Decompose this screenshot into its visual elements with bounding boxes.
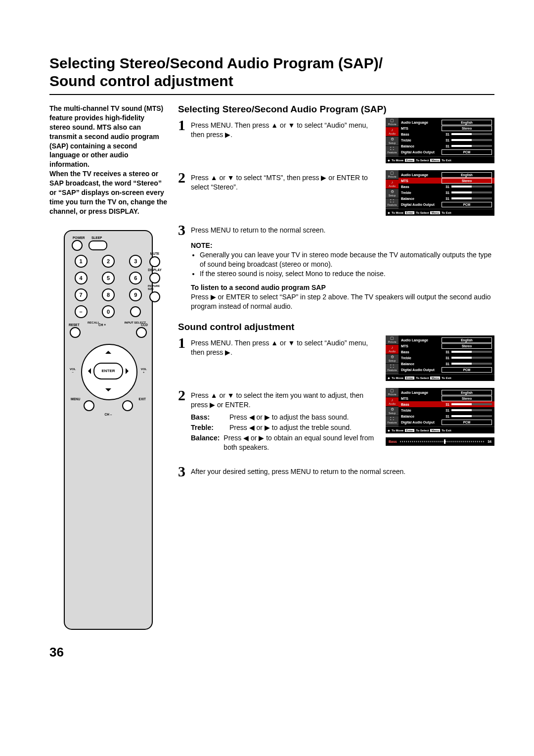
num-7[interactable]: 7 (75, 288, 88, 301)
reset-label: RESET (69, 323, 80, 327)
num-0[interactable]: 0 (102, 305, 115, 318)
step-b1-text: Press MENU. Then press ▲ or ▼ to select … (191, 335, 381, 357)
page-title: Selecting Stereo/Second Audio Program (S… (49, 54, 494, 90)
picsize-label: PICTURE SIZE (148, 284, 162, 290)
chminus-label: CH – (105, 413, 112, 416)
bass-slider-panel: Bass 34 (386, 437, 494, 446)
step-a2-number: 2 (178, 170, 188, 192)
note-item-2: If the stereo sound is noisy, select Mon… (200, 269, 494, 279)
step-a2-text: Press ▲ or ▼ to select “MTS”, then press… (191, 170, 381, 192)
ccd-label: CCD (141, 323, 148, 327)
sleep-label: SLEEP (91, 236, 102, 239)
recall-label: RECALL (88, 321, 99, 324)
num-1[interactable]: 1 (75, 255, 88, 268)
display-label: DISPLAY (148, 268, 162, 272)
osd-screenshot-b1: ▢Picture ♪Audio ⚙Setup ⛶Feature Audio La… (386, 335, 494, 381)
mute-button[interactable] (149, 256, 160, 267)
note-heading: NOTE: (191, 241, 494, 249)
numpad: 1 2 3 4 5 6 7 8 9 – 0 MUTE DISPLAY (70, 254, 147, 319)
num-6[interactable]: 6 (129, 272, 142, 284)
num-9[interactable]: 9 (129, 288, 142, 301)
page-number: 36 (49, 645, 167, 660)
bass-label: Bass: (191, 413, 225, 422)
sap-body: Press ▶ or EMTER to select “SAP” in step… (191, 292, 494, 311)
input-select-button[interactable] (130, 306, 141, 317)
slider-track (400, 441, 485, 442)
title-line-2: Sound control adjustment (49, 73, 233, 89)
step-b1-number: 1 (178, 335, 188, 357)
manual-page: Selecting Stereo/Second Audio Program (S… (0, 0, 534, 690)
ccd-button[interactable] (136, 327, 147, 338)
step-a1-number: 1 (178, 118, 188, 140)
intro-text: The multi-channel TV sound (MTS) feature… (49, 104, 167, 216)
num-2[interactable]: 2 (102, 255, 115, 268)
exit-label: EXIT (139, 397, 146, 401)
step-b3-text: After your desired setting, press MENU t… (191, 464, 494, 479)
power-button[interactable] (72, 240, 83, 251)
display-button[interactable] (149, 273, 160, 284)
down-arrow-icon[interactable] (105, 388, 111, 394)
treble-label: Treble: (191, 423, 225, 432)
remote-illustration: POWER SLEEP 1 2 3 4 5 6 7 8 9 – (64, 230, 153, 630)
step-a1-text: Press MENU. Then press ▲ or ▼ to select … (191, 118, 381, 140)
picture-size-button[interactable] (149, 291, 160, 302)
num-8[interactable]: 8 (102, 288, 115, 301)
osd-screenshot-a2: ▢Picture ♪Audio ⚙Setup ⛶Feature Audio La… (386, 170, 494, 216)
exit-button[interactable] (122, 400, 133, 411)
sap-subheading: To listen to a second audio program SAP (191, 284, 494, 291)
chplus-label: CH + (98, 323, 106, 327)
bass-desc: Press ◀ or ▶ to adjust the bass sound. (229, 413, 349, 422)
section-b-heading: Sound control adjustment (178, 322, 494, 332)
dash-button[interactable]: – (75, 305, 88, 318)
left-arrow-icon[interactable] (85, 368, 91, 374)
step-b3-number: 3 (178, 464, 188, 479)
step-a3-text: Press MENU to return to the normal scree… (191, 223, 494, 237)
sleep-button[interactable] (89, 240, 107, 250)
osd-screenshot-a1: ▢Picture ♪Audio ⚙Setup ⛶Feature Audio La… (386, 118, 494, 163)
num-5[interactable]: 5 (102, 272, 115, 284)
menu-button[interactable] (84, 400, 94, 411)
adjustment-table: Bass: Press ◀ or ▶ to adjust the bass so… (191, 413, 381, 452)
up-arrow-icon[interactable] (105, 348, 111, 354)
reset-button[interactable] (70, 327, 81, 338)
title-line-1: Selecting Stereo/Second Audio Program (S… (49, 55, 383, 71)
balance-desc: Press ◀ or ▶ to obtain an equal sound le… (223, 433, 381, 452)
section-a-heading: Selecting Stereo/Second Audio Program (S… (178, 104, 494, 115)
note-list: Generally you can leave your TV in stere… (191, 250, 494, 279)
num-3[interactable]: 3 (129, 255, 142, 268)
step-b2-number: 2 (178, 388, 188, 453)
title-rule (49, 94, 494, 95)
right-column: Selecting Stereo/Second Audio Program (S… (178, 104, 494, 660)
balance-label: Balance: (191, 433, 220, 452)
nav-ring: ENTER (81, 344, 135, 398)
content-columns: The multi-channel TV sound (MTS) feature… (49, 104, 494, 660)
num-4[interactable]: 4 (75, 272, 88, 284)
enter-button[interactable]: ENTER (93, 363, 123, 379)
left-column: The multi-channel TV sound (MTS) feature… (49, 104, 167, 660)
step-b2-text: Press ▲ or ▼ to select the item you want… (191, 391, 363, 409)
menu-label: MENU (71, 397, 80, 401)
osd-screenshot-b2: ▢Picture ♪Audio ⚙Setup ⛶Feature Audio La… (386, 388, 494, 433)
treble-desc: Press ◀ or ▶ to adjust the treble sound. (229, 423, 352, 432)
mute-label: MUTE (150, 252, 159, 255)
step-a3-number: 3 (178, 223, 188, 237)
right-arrow-icon[interactable] (126, 368, 132, 374)
power-label: POWER (73, 236, 85, 239)
note-item-1: Generally you can leave your TV in stere… (200, 250, 494, 269)
